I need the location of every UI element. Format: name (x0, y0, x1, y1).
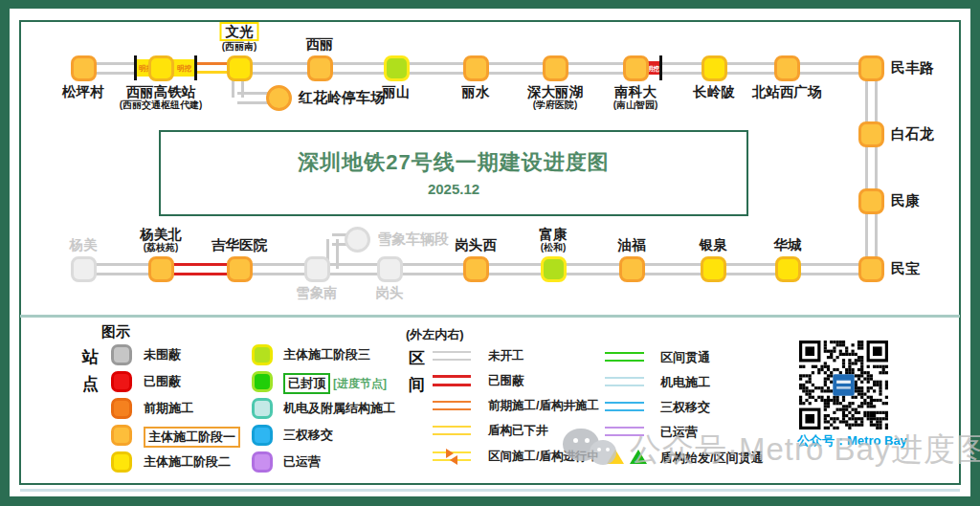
legend-station-label: 主体施工阶段三 (283, 346, 370, 363)
legend-interval-label: 已围蔽 (488, 373, 524, 389)
station-label-yangmei: 杨美 (70, 237, 98, 253)
station-label-gangtouxi: 岗头西 (455, 237, 497, 253)
interval-arrow-left (450, 455, 457, 465)
station-xili-hsr (148, 55, 174, 81)
station-songpingcun (71, 55, 97, 81)
station-yangmeibei (148, 256, 174, 282)
legend-interval-label: 三权移交 (660, 399, 710, 416)
legend-station-label: 主体施工阶段二 (144, 453, 231, 471)
station-huacheng (775, 256, 801, 282)
legend-station-label: 已封顶[进度节点] (283, 373, 387, 394)
legend-interval-swatch (433, 401, 471, 410)
bottom-accent-strip (20, 489, 960, 492)
page-title: 深圳地铁27号线一期建设进度图 (161, 148, 746, 177)
open-cut-label: 明挖 (177, 64, 191, 74)
legend-interval-swatch (605, 427, 644, 436)
station-label-xuexiangnan: 雪象南 (296, 285, 338, 300)
station-wenguang (227, 55, 253, 81)
station-lishan (384, 55, 410, 81)
legend-station-label: 未围蔽 (144, 346, 181, 363)
legend-station-label: 已围蔽 (144, 373, 181, 390)
station-label-jihua-hospital: 吉华医院 (212, 237, 267, 253)
station-xuexiang-depot (345, 227, 370, 253)
station-shendalihu (543, 55, 568, 81)
station-jihua-hospital (227, 256, 253, 282)
legend-station-label: 前期施工 (144, 400, 193, 417)
progress-diagram: 明挖明挖明挖松坪村西丽高铁站(西丽交通枢纽代建)文光(西丽南)西丽红花岭停车场丽… (0, 0, 980, 506)
legend-interval-label: 盾构始发/区间贯通 (660, 450, 764, 467)
shield-launch-triangle (607, 450, 624, 464)
legend-station-swatch (111, 398, 132, 419)
station-label-yinquan: 银泉 (700, 237, 727, 253)
construction-boundary-tick (194, 55, 197, 80)
station-label-minbao: 民宝 (891, 261, 920, 276)
legend-interval-label: 盾构已下井 (488, 423, 548, 439)
legend-direction-note: (外左内右) (406, 326, 464, 343)
station-minkang (858, 188, 884, 214)
station-lishui (463, 55, 489, 81)
title-date: 2025.12 (161, 181, 746, 197)
legend-interval-swatch (433, 375, 471, 386)
qr-code (799, 341, 888, 433)
legend-interval-label: 区间贯通 (660, 349, 710, 366)
station-label-nankeda: 南科大(南山智园) (613, 84, 658, 110)
legend-station-swatch (252, 371, 273, 392)
station-label-fukang: 富康(松和) (540, 227, 568, 253)
station-label-minfenglu: 民丰路 (891, 60, 934, 76)
station-label-xuexiang-depot: 雪象车辆段 (377, 231, 449, 247)
legend-interval-label: 机电施工 (660, 374, 710, 391)
legend-interval-label: 未开工 (488, 348, 524, 364)
legend-station-char-2: 点 (82, 373, 99, 395)
station-honghualing-depot (266, 85, 292, 111)
station-label-xili-hsr: 西丽高铁站(西丽交通枢纽代建) (120, 84, 203, 110)
station-minfenglu (858, 55, 884, 81)
qr-caption: 公众号：Metro Bay (797, 432, 907, 450)
legend-station-label: 三权移交 (283, 427, 333, 444)
station-label-yangmeibei: 杨美北(荔枝苑) (140, 227, 182, 253)
station-label-gangtou: 岗头 (376, 285, 404, 300)
station-yangmei (71, 256, 97, 282)
legend-interval-label: 已运营 (660, 424, 698, 441)
legend-station-swatch (252, 425, 273, 446)
shield-launch-triangle (630, 450, 647, 464)
station-label-beizhan-west: 北站西广场 (752, 84, 822, 99)
station-label-shendalihu: 深大丽湖(学府医院) (527, 84, 583, 110)
legend-station-swatch (252, 451, 273, 473)
legend-station-swatch (252, 344, 273, 365)
station-gangtou (377, 256, 403, 282)
construction-boundary-tick (134, 55, 137, 80)
construction-boundary-tick (659, 55, 662, 80)
station-label-lishui: 丽水 (462, 84, 490, 99)
station-label-minkang: 民康 (891, 193, 920, 209)
legend-header: 图示 (101, 323, 130, 341)
station-changlingpi (702, 55, 727, 81)
legend-station-char-1: 站 (82, 346, 99, 368)
enclosed-label: 明挖 (647, 65, 659, 74)
legend-station-label: 主体施工阶段一 (144, 427, 240, 448)
legend-station-swatch (111, 371, 132, 392)
station-yinquan (701, 256, 726, 282)
legend-station-swatch (111, 425, 132, 446)
station-fukang (541, 256, 567, 282)
legend-zone-char-2: 间 (409, 374, 425, 396)
station-xili (307, 55, 333, 81)
legend-interval-swatch (605, 402, 644, 411)
legend-station-swatch (111, 344, 132, 365)
legend-interval-swatch (433, 351, 471, 361)
legend-interval-label: 前期施工/盾构井施工 (488, 398, 599, 414)
station-minbao (858, 256, 884, 282)
station-label-honghualing-depot: 红花岭停车场 (299, 90, 385, 105)
track-segment (237, 92, 268, 104)
legend-interval-label: 区间施工/盾构进行中 (488, 449, 599, 465)
legend-station-label: 已运营 (283, 453, 321, 471)
station-label-baishilong: 白石龙 (891, 126, 934, 142)
station-label-wenguang: 文光(西丽南) (220, 22, 259, 52)
station-baishilong (858, 121, 884, 147)
legend-interval-swatch (605, 352, 644, 362)
station-label-huacheng: 华城 (774, 237, 802, 253)
legend-station-swatch (111, 451, 132, 473)
legend-interval-swatch (433, 426, 471, 435)
station-xuexiangnan (304, 256, 330, 282)
legend-station-swatch (252, 398, 273, 419)
station-label-xili: 西丽 (306, 36, 334, 52)
